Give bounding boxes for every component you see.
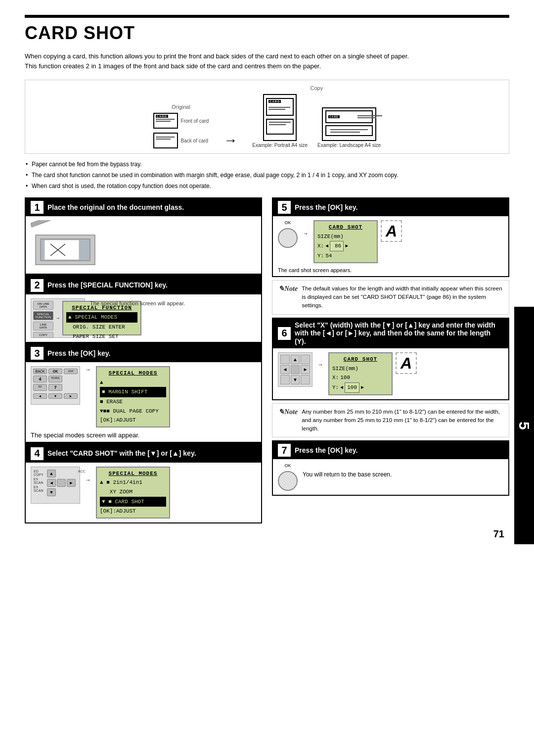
svg-rect-2 [31,220,83,227]
card-front-box: CARD [153,113,178,129]
step-7-header: 7 Press the [OK] key. [273,441,508,459]
fn-online: ON LINEDATA [33,301,53,310]
example1-label: Example: Portrait A4 size [252,142,308,148]
step-7-number: 7 [278,444,291,457]
side-items-4: ED COPY EX SCAN EX SCAN [34,470,44,496]
nav-center[interactable] [57,479,66,487]
pors-key: PORS [48,376,62,382]
step-7-ok: OK [278,463,298,491]
lcd5-title: CARD SHOT [317,223,374,232]
nav-right[interactable]: ► [67,479,76,487]
step-3-body: BACK OK GHI 4 PORS S2 7 [26,362,261,431]
step-6: 6 Select "X" (width) with the [▼] or [▲]… [272,318,509,400]
step-5-lcd: CARD SHOT SIZE(mm) X: ◄ 86 ► Y: 54 [313,220,378,263]
numpad-keys: BACK OK GHI 4 PORS S2 7 [33,369,78,402]
nav-up[interactable]: ▲ [47,470,56,477]
ak-left[interactable]: ◄ [280,365,290,375]
note-6-icon: ✎Note [278,408,298,416]
steps-container: 1 Place the original on the document gla… [25,197,509,523]
diagram-area: Original CARD Front of card [25,80,509,154]
lcd3-row0: ▲ [100,378,166,387]
step-4-body: ED COPY EX SCAN EX SCAN ▲ ◄ [26,463,261,522]
nav-left[interactable]: ◄ [47,479,56,487]
step-3-caption: The special modes screen will appear. [26,431,261,442]
card-back-box [153,133,178,148]
copy-section: Copy CARD [252,85,381,148]
step-5-title: Press the [OK] key. [295,203,357,212]
lcd5-x-right: ► [345,242,348,250]
page-title: CARD SHOT [25,23,509,44]
step-2-title: Press the [SPECIAL FUNCTION] key. [47,281,168,289]
step-3: 3 Press the [OK] key. BACK OK GHI 4 [25,343,262,443]
nav-up-row: ▲ [47,470,76,477]
ok-key: OK [48,369,62,374]
a-icon-6: A [396,352,417,374]
intro-line1: When copying a card, this function allow… [25,51,509,61]
front-label: Front of card [181,118,209,124]
back-key: BACK [33,369,47,374]
fn-keys-left: ON LINEDATA SPECIALFUNCTION LINEDATA COP… [33,301,53,335]
landscape-copy: CARD [317,107,381,148]
intro-line2: This function creates 2 in 1 images of t… [25,61,509,71]
step-6-number: 6 [278,327,291,340]
landscape-card-tag: CARD [328,115,339,118]
step-2-body: ON LINEDATA SPECIALFUNCTION LINEDATA COP… [26,294,261,342]
lcd4-row0: ▲ ■ 2in1/4in1 [100,478,166,487]
ak-empty-bl [280,375,290,384]
ghi-key: GHI [64,369,78,374]
note-5: ✎Note The default values for the length … [272,280,509,315]
nav-down[interactable]: ▼ [47,488,56,496]
step-5-caption: The card shot screen appears. [273,267,508,276]
ex-scan-label2: EX SCAN [34,485,44,492]
step-5-header: 5 Press the [OK] key. [273,198,508,216]
ak-down[interactable]: ▼ [291,375,300,384]
lcd6-y-label: Y: [332,383,339,392]
step-4-title: Select "CARD SHOT" with the [▼] or [▲] k… [47,449,196,458]
numpad-arrow-row: ◄ ▼ ► [33,393,78,399]
lcd2-row3: PAPER SIZE SET [66,332,137,341]
lcd4-row2: ▼ ■ CARD SHOT [100,497,166,507]
side-labels-4: ED COPY EX SCAN EX SCAN ▲ ◄ [34,470,77,496]
step-7-title: Press the [OK] key. [295,446,357,455]
diagram-arrow: → [223,123,237,148]
lcd3-row4: [OK]:ADJUST [100,416,166,425]
note-5-text: The default values for the length and wi… [302,284,503,310]
nav-keys-4: ▲ ◄ ► ▼ [47,470,76,496]
lb-line-1 [330,129,368,130]
lcd3-row3: ▼■■ DUAL PAGE COPY [100,407,166,416]
portrait-card-back-area [266,119,294,135]
ed-copy-label: ED COPY [34,470,44,476]
s2-key: S2 [33,384,47,391]
page: CARD SHOT When copying a card, this func… [0,0,534,756]
step-4-header: 4 Select "CARD SHOT" with the [▼] or [▲]… [26,445,261,463]
lcd5-x-val: 86 [330,241,344,251]
lcd6-y-row: Y: ◄ 100 ► [332,382,389,393]
back-line-2 [156,139,171,140]
card-tag-front: CARD [156,115,168,118]
step-2: 2 Press the [SPECIAL FUNCTION] key. ON L… [25,276,262,343]
portrait-paper: CARD [263,94,297,141]
step6-arrow: → [317,352,323,368]
fn-special: SPECIALFUNCTION [33,311,53,320]
landscape-inner-card: CARD [325,110,373,123]
portrait-card-lines [268,107,290,110]
ak-up[interactable]: ▲ [291,355,300,364]
note-5-icon: ✎Note [278,284,298,293]
numpad-row-top: BACK OK GHI [33,369,78,374]
lcd5-y-label: Y: [317,251,324,261]
step4-arrow: → [85,467,91,483]
portrait-card-tag: CARD [268,100,281,103]
step-3-number: 3 [31,347,44,360]
step-5: 5 Press the [OK] key. OK → CARD SHOT SIZ… [272,197,509,277]
l-line-2 [357,117,376,118]
card-line-1 [156,119,175,120]
step-6-title: Select "X" (width) with the [▼] or [▲] k… [295,321,503,346]
ak-center [291,365,300,375]
pb-line-1 [269,122,291,123]
ak-right[interactable]: ► [301,365,310,375]
ok-button-5[interactable] [278,228,298,248]
bullet-1: Paper cannot be fed from the bypass tray… [25,160,509,169]
nav-mid-row: ◄ ► [47,479,76,487]
step-6-lcd: CARD SHOT SIZE(mm) X: 100 Y: ◄ 100 ► [328,352,393,395]
ok-button-7[interactable] [278,471,298,491]
